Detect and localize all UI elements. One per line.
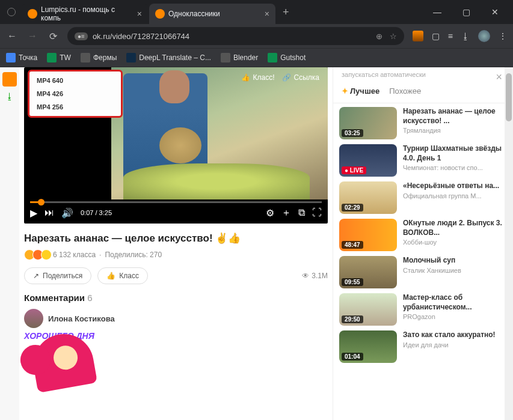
- volume-button[interactable]: 🔊: [61, 207, 73, 219]
- recommendation-author: Трямландия: [403, 127, 511, 134]
- duration-badge: ● LIVE: [342, 166, 366, 174]
- recommendation-title: Зато как стало аккуратно!: [403, 330, 511, 340]
- recommendation-title: «Несерьёзные ответы на...: [403, 181, 511, 191]
- views-count: 👁 3.1M: [302, 272, 328, 280]
- url-text: ok.ru/video/7128721066744: [93, 32, 189, 41]
- tab-best[interactable]: ✦Лучшее: [342, 84, 379, 98]
- recommendation-author: PROgazon: [403, 313, 511, 320]
- extension-fox-icon[interactable]: [413, 31, 423, 41]
- left-rail: ⭳: [0, 67, 19, 420]
- download-indicator-icon[interactable]: ⭳: [5, 91, 14, 101]
- bookmark-item[interactable]: TW: [47, 53, 71, 62]
- recommendation-item[interactable]: 48:47 ОКнутые люди 2. Выпуск 3. ВОЛКОВ..…: [339, 219, 511, 251]
- add-button[interactable]: ＋: [281, 207, 291, 219]
- tab-title: Lumpics.ru - помощь с компь: [41, 5, 134, 22]
- ok-logo[interactable]: [2, 72, 17, 87]
- bookmark-item[interactable]: Blender: [221, 53, 258, 62]
- thumbnail: 01:04: [339, 330, 397, 363]
- recommendation-author: Официальная группа М...: [403, 192, 511, 199]
- bookmark-item[interactable]: DeepL Translate – C...: [126, 53, 211, 62]
- site-settings-icon[interactable]: ●≡: [75, 32, 88, 40]
- video-meta: 6 132 класса · Поделились: 270: [24, 249, 328, 260]
- recommendation-title: Нарезать ананас — целое искусство! ...: [403, 107, 511, 126]
- browser-toolbar: ← → ⟳ ●≡ ok.ru/video/7128721066744 ⊕ ☆ ▢…: [0, 24, 513, 48]
- bookmark-item[interactable]: Gutshot: [268, 53, 306, 62]
- scrollbar[interactable]: [505, 67, 513, 420]
- tab-search-button[interactable]: [7, 8, 16, 16]
- forward-button[interactable]: →: [26, 31, 38, 41]
- browser-tab[interactable]: Одноклассники ×: [149, 4, 275, 24]
- download-quality-menu: MP4 640 MP4 426 MP4 256: [28, 70, 123, 118]
- address-bar[interactable]: ●≡ ok.ru/video/7128721066744 ⊕ ☆: [67, 27, 404, 45]
- comment-item: Илона Костикова: [24, 309, 328, 328]
- recommendation-item[interactable]: 02:29 «Несерьёзные ответы на... Официаль…: [339, 181, 511, 214]
- comments-header: Комментарии 6: [24, 293, 328, 303]
- recommendation-title: Турнир Шахматные звёзды 4.0. День 1: [403, 144, 511, 163]
- extension-icon[interactable]: ▢: [432, 31, 440, 41]
- new-tab-button[interactable]: +: [277, 6, 295, 19]
- recommendation-item[interactable]: 01:04 Зато как стало аккуратно! Идеи для…: [339, 330, 511, 363]
- menu-icon[interactable]: ⋮: [499, 31, 507, 41]
- like-button[interactable]: 👍 Класс: [97, 267, 148, 284]
- downloads-icon[interactable]: ⭳: [461, 31, 470, 41]
- download-option[interactable]: MP4 256: [29, 100, 121, 114]
- recommendation-author: Сталик Ханкишиев: [403, 267, 511, 274]
- bookmarks-bar: Точка TW Фермы DeepL Translate – C... Bl…: [0, 48, 513, 67]
- recommendation-item[interactable]: 03:25 Нарезать ананас — целое искусство!…: [339, 107, 511, 139]
- fullscreen-button[interactable]: ⛶: [312, 207, 322, 218]
- duration-badge: 48:47: [342, 241, 363, 249]
- video-player[interactable]: 👍 Класс! 🔗 Ссылка MP4 640 MP4 426 MP4 25…: [24, 67, 328, 224]
- recommendation-item[interactable]: ● LIVE Турнир Шахматные звёзды 4.0. День…: [339, 144, 511, 177]
- back-button[interactable]: ←: [6, 31, 18, 41]
- reactions-icons[interactable]: [24, 249, 49, 260]
- duration-badge: 09:55: [342, 278, 363, 286]
- close-window-button[interactable]: ✕: [487, 7, 503, 17]
- commenter-name[interactable]: Илона Костикова: [48, 314, 115, 323]
- page-content: ⭳ 👍 Класс! 🔗 Ссылка MP4 640 MP4 426: [0, 67, 513, 420]
- browser-tab[interactable]: Lumpics.ru - помощь с компь ×: [22, 4, 148, 24]
- tab-similar[interactable]: Похожее: [389, 84, 421, 98]
- download-option[interactable]: MP4 640: [29, 74, 121, 87]
- next-button[interactable]: ⏭: [45, 207, 54, 218]
- duration-badge: 01:04: [342, 353, 363, 361]
- duration-badge: 02:29: [342, 204, 363, 212]
- minimize-button[interactable]: —: [429, 7, 446, 17]
- video-title: Нарезать ананас — целое искусство! ✌️👍: [24, 232, 328, 245]
- recommendations-sidebar: запускаться автоматически × ✦Лучшее Похо…: [333, 67, 513, 420]
- recommendation-item[interactable]: 09:55 Молочный суп Сталик Ханкишиев: [339, 256, 511, 288]
- close-icon[interactable]: ×: [265, 9, 269, 19]
- thumbnail: 29:50: [339, 293, 397, 326]
- thumbnail: 09:55: [339, 256, 397, 288]
- maximize-button[interactable]: ▢: [458, 7, 475, 17]
- thumbnail: 02:29: [339, 181, 397, 214]
- recommendation-list: 03:25 Нарезать ананас — целое искусство!…: [333, 103, 513, 371]
- recommendation-item[interactable]: 29:50 Мастер-класс об урбанистическом...…: [339, 293, 511, 326]
- bookmark-item[interactable]: Точка: [6, 53, 37, 62]
- bookmark-item[interactable]: Фермы: [81, 53, 117, 62]
- close-icon[interactable]: ×: [137, 9, 142, 19]
- reload-button[interactable]: ⟳: [47, 31, 59, 42]
- thumbnail: 48:47: [339, 219, 397, 251]
- recommendation-author: Хобби-шоу: [403, 239, 511, 246]
- duration-badge: 29:50: [342, 315, 363, 323]
- recommendation-author: Чемпионат: новости спо...: [403, 164, 511, 171]
- like-overlay-button[interactable]: 👍 Класс!: [241, 73, 275, 82]
- profile-avatar[interactable]: [478, 30, 490, 42]
- avatar[interactable]: [24, 309, 43, 328]
- search-icon[interactable]: ⊕: [376, 32, 382, 41]
- thumbnail: 03:25: [339, 107, 397, 139]
- extension-icon[interactable]: ≡: [448, 31, 453, 41]
- recommendation-title: Мастер-класс об урбанистическом...: [403, 293, 511, 312]
- share-button[interactable]: ↗ Поделиться: [24, 267, 91, 284]
- video-frame: [111, 67, 328, 199]
- window-titlebar: Lumpics.ru - помощь с компь × Одноклассн…: [0, 0, 513, 24]
- settings-icon[interactable]: ⚙: [266, 207, 274, 219]
- download-option[interactable]: MP4 426: [29, 87, 121, 100]
- pip-button[interactable]: ⧉: [298, 207, 305, 218]
- play-button[interactable]: ▶: [30, 207, 37, 219]
- autoplay-hint: запускаться автоматически: [333, 67, 513, 79]
- close-sidebar-button[interactable]: ×: [496, 71, 502, 84]
- recommendation-author: Идеи для дачи: [403, 341, 511, 348]
- bookmark-star-icon[interactable]: ☆: [390, 32, 397, 41]
- link-overlay-button[interactable]: 🔗 Ссылка: [282, 73, 319, 82]
